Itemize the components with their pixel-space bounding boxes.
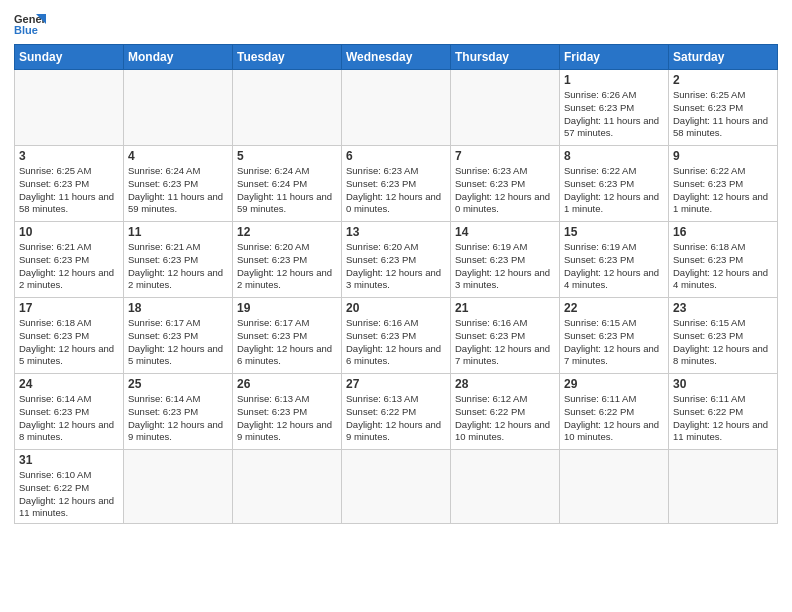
- day-number: 11: [128, 225, 228, 239]
- day-number: 12: [237, 225, 337, 239]
- calendar-cell: 21Sunrise: 6:16 AM Sunset: 6:23 PM Dayli…: [451, 298, 560, 374]
- day-number: 16: [673, 225, 773, 239]
- day-info: Sunrise: 6:14 AM Sunset: 6:23 PM Dayligh…: [128, 393, 228, 444]
- calendar-cell: 15Sunrise: 6:19 AM Sunset: 6:23 PM Dayli…: [560, 222, 669, 298]
- calendar-cell: 13Sunrise: 6:20 AM Sunset: 6:23 PM Dayli…: [342, 222, 451, 298]
- day-info: Sunrise: 6:20 AM Sunset: 6:23 PM Dayligh…: [346, 241, 446, 292]
- calendar-week-row: 1Sunrise: 6:26 AM Sunset: 6:23 PM Daylig…: [15, 70, 778, 146]
- calendar-week-row: 24Sunrise: 6:14 AM Sunset: 6:23 PM Dayli…: [15, 374, 778, 450]
- day-info: Sunrise: 6:15 AM Sunset: 6:23 PM Dayligh…: [564, 317, 664, 368]
- day-number: 29: [564, 377, 664, 391]
- calendar-cell: 22Sunrise: 6:15 AM Sunset: 6:23 PM Dayli…: [560, 298, 669, 374]
- day-info: Sunrise: 6:18 AM Sunset: 6:23 PM Dayligh…: [19, 317, 119, 368]
- calendar-cell: 7Sunrise: 6:23 AM Sunset: 6:23 PM Daylig…: [451, 146, 560, 222]
- day-number: 10: [19, 225, 119, 239]
- calendar-cell: [342, 70, 451, 146]
- day-info: Sunrise: 6:13 AM Sunset: 6:22 PM Dayligh…: [346, 393, 446, 444]
- day-number: 22: [564, 301, 664, 315]
- calendar-table: SundayMondayTuesdayWednesdayThursdayFrid…: [14, 44, 778, 524]
- day-info: Sunrise: 6:15 AM Sunset: 6:23 PM Dayligh…: [673, 317, 773, 368]
- calendar-cell: 9Sunrise: 6:22 AM Sunset: 6:23 PM Daylig…: [669, 146, 778, 222]
- calendar-cell: 8Sunrise: 6:22 AM Sunset: 6:23 PM Daylig…: [560, 146, 669, 222]
- header-wednesday: Wednesday: [342, 45, 451, 70]
- calendar-cell: 31Sunrise: 6:10 AM Sunset: 6:22 PM Dayli…: [15, 450, 124, 524]
- day-number: 5: [237, 149, 337, 163]
- day-number: 28: [455, 377, 555, 391]
- day-number: 4: [128, 149, 228, 163]
- day-info: Sunrise: 6:22 AM Sunset: 6:23 PM Dayligh…: [673, 165, 773, 216]
- calendar-cell: 27Sunrise: 6:13 AM Sunset: 6:22 PM Dayli…: [342, 374, 451, 450]
- calendar-cell: 28Sunrise: 6:12 AM Sunset: 6:22 PM Dayli…: [451, 374, 560, 450]
- day-info: Sunrise: 6:17 AM Sunset: 6:23 PM Dayligh…: [128, 317, 228, 368]
- day-number: 1: [564, 73, 664, 87]
- header-saturday: Saturday: [669, 45, 778, 70]
- day-info: Sunrise: 6:23 AM Sunset: 6:23 PM Dayligh…: [455, 165, 555, 216]
- day-info: Sunrise: 6:18 AM Sunset: 6:23 PM Dayligh…: [673, 241, 773, 292]
- calendar-cell: 25Sunrise: 6:14 AM Sunset: 6:23 PM Dayli…: [124, 374, 233, 450]
- day-info: Sunrise: 6:16 AM Sunset: 6:23 PM Dayligh…: [346, 317, 446, 368]
- day-info: Sunrise: 6:24 AM Sunset: 6:23 PM Dayligh…: [128, 165, 228, 216]
- day-number: 31: [19, 453, 119, 467]
- calendar-cell: [124, 70, 233, 146]
- calendar-cell: 17Sunrise: 6:18 AM Sunset: 6:23 PM Dayli…: [15, 298, 124, 374]
- calendar-cell: 3Sunrise: 6:25 AM Sunset: 6:23 PM Daylig…: [15, 146, 124, 222]
- calendar-cell: 18Sunrise: 6:17 AM Sunset: 6:23 PM Dayli…: [124, 298, 233, 374]
- day-number: 21: [455, 301, 555, 315]
- day-number: 8: [564, 149, 664, 163]
- calendar-cell: 16Sunrise: 6:18 AM Sunset: 6:23 PM Dayli…: [669, 222, 778, 298]
- calendar-cell: 5Sunrise: 6:24 AM Sunset: 6:24 PM Daylig…: [233, 146, 342, 222]
- calendar-cell: [669, 450, 778, 524]
- calendar-cell: 26Sunrise: 6:13 AM Sunset: 6:23 PM Dayli…: [233, 374, 342, 450]
- calendar-cell: 6Sunrise: 6:23 AM Sunset: 6:23 PM Daylig…: [342, 146, 451, 222]
- day-info: Sunrise: 6:25 AM Sunset: 6:23 PM Dayligh…: [19, 165, 119, 216]
- day-number: 20: [346, 301, 446, 315]
- logo-icon: General Blue: [14, 10, 46, 38]
- day-number: 3: [19, 149, 119, 163]
- svg-text:Blue: Blue: [14, 24, 38, 36]
- calendar-cell: [124, 450, 233, 524]
- calendar-cell: [233, 70, 342, 146]
- day-info: Sunrise: 6:12 AM Sunset: 6:22 PM Dayligh…: [455, 393, 555, 444]
- header-tuesday: Tuesday: [233, 45, 342, 70]
- day-number: 9: [673, 149, 773, 163]
- header-thursday: Thursday: [451, 45, 560, 70]
- day-number: 13: [346, 225, 446, 239]
- day-number: 17: [19, 301, 119, 315]
- day-number: 25: [128, 377, 228, 391]
- calendar-cell: 30Sunrise: 6:11 AM Sunset: 6:22 PM Dayli…: [669, 374, 778, 450]
- day-info: Sunrise: 6:16 AM Sunset: 6:23 PM Dayligh…: [455, 317, 555, 368]
- calendar-cell: 23Sunrise: 6:15 AM Sunset: 6:23 PM Dayli…: [669, 298, 778, 374]
- calendar-week-row: 10Sunrise: 6:21 AM Sunset: 6:23 PM Dayli…: [15, 222, 778, 298]
- calendar-cell: [233, 450, 342, 524]
- day-info: Sunrise: 6:23 AM Sunset: 6:23 PM Dayligh…: [346, 165, 446, 216]
- day-info: Sunrise: 6:21 AM Sunset: 6:23 PM Dayligh…: [19, 241, 119, 292]
- day-number: 26: [237, 377, 337, 391]
- calendar-cell: 29Sunrise: 6:11 AM Sunset: 6:22 PM Dayli…: [560, 374, 669, 450]
- header-friday: Friday: [560, 45, 669, 70]
- calendar-cell: 2Sunrise: 6:25 AM Sunset: 6:23 PM Daylig…: [669, 70, 778, 146]
- day-info: Sunrise: 6:11 AM Sunset: 6:22 PM Dayligh…: [673, 393, 773, 444]
- calendar-cell: 20Sunrise: 6:16 AM Sunset: 6:23 PM Dayli…: [342, 298, 451, 374]
- header-monday: Monday: [124, 45, 233, 70]
- calendar-cell: 11Sunrise: 6:21 AM Sunset: 6:23 PM Dayli…: [124, 222, 233, 298]
- day-info: Sunrise: 6:25 AM Sunset: 6:23 PM Dayligh…: [673, 89, 773, 140]
- calendar-cell: 1Sunrise: 6:26 AM Sunset: 6:23 PM Daylig…: [560, 70, 669, 146]
- day-info: Sunrise: 6:11 AM Sunset: 6:22 PM Dayligh…: [564, 393, 664, 444]
- day-info: Sunrise: 6:19 AM Sunset: 6:23 PM Dayligh…: [455, 241, 555, 292]
- day-info: Sunrise: 6:10 AM Sunset: 6:22 PM Dayligh…: [19, 469, 119, 520]
- day-info: Sunrise: 6:19 AM Sunset: 6:23 PM Dayligh…: [564, 241, 664, 292]
- calendar-week-row: 17Sunrise: 6:18 AM Sunset: 6:23 PM Dayli…: [15, 298, 778, 374]
- calendar-cell: 12Sunrise: 6:20 AM Sunset: 6:23 PM Dayli…: [233, 222, 342, 298]
- day-number: 23: [673, 301, 773, 315]
- day-number: 2: [673, 73, 773, 87]
- header-sunday: Sunday: [15, 45, 124, 70]
- calendar-cell: 4Sunrise: 6:24 AM Sunset: 6:23 PM Daylig…: [124, 146, 233, 222]
- day-number: 19: [237, 301, 337, 315]
- day-number: 6: [346, 149, 446, 163]
- calendar-cell: 14Sunrise: 6:19 AM Sunset: 6:23 PM Dayli…: [451, 222, 560, 298]
- calendar-week-row: 3Sunrise: 6:25 AM Sunset: 6:23 PM Daylig…: [15, 146, 778, 222]
- day-info: Sunrise: 6:24 AM Sunset: 6:24 PM Dayligh…: [237, 165, 337, 216]
- day-number: 30: [673, 377, 773, 391]
- day-number: 24: [19, 377, 119, 391]
- logo: General Blue: [14, 10, 46, 38]
